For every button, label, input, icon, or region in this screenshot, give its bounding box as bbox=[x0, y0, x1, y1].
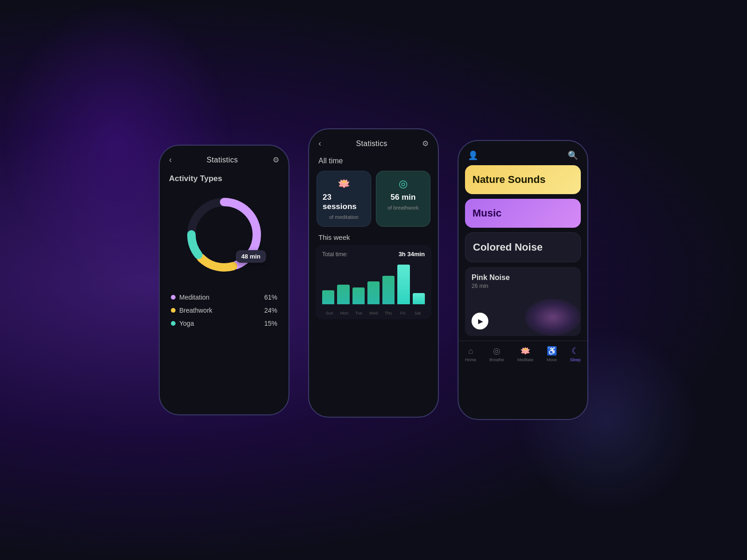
nav-move[interactable]: ♿ Move bbox=[547, 346, 557, 362]
phone1-header: ‹ Statistics ⚙ bbox=[160, 146, 289, 169]
meditate-icon: 🪷 bbox=[520, 346, 530, 356]
bar-tue bbox=[352, 287, 365, 304]
phone-activity-types: ‹ Statistics ⚙ Activity Types 48 min Med… bbox=[159, 145, 289, 415]
music-label: Music bbox=[472, 207, 501, 219]
gear-icon[interactable]: ⚙ bbox=[273, 155, 279, 164]
sleep-label: Sleep bbox=[570, 357, 581, 362]
play-button[interactable]: ▶ bbox=[472, 313, 488, 329]
page-title: Statistics bbox=[206, 156, 238, 164]
yoga-pct: 15% bbox=[264, 320, 277, 327]
legend: Meditation 61% Breathwork 24% Yoga 15% bbox=[160, 286, 289, 335]
meditation-stat-card[interactable]: 🪷 23 sessions of meditation bbox=[317, 171, 371, 227]
nav-breathe[interactable]: ◎ Breathe bbox=[489, 346, 504, 362]
meditation-icon: 🪷 bbox=[338, 178, 350, 190]
donut-tooltip: 48 min bbox=[236, 250, 266, 263]
section-label: Activity Types bbox=[160, 169, 289, 183]
breathwork-label: Breathwork bbox=[179, 307, 212, 314]
category-list: Nature Sounds Music Colored Noise bbox=[458, 165, 587, 267]
chart-total-value: 3h 34min bbox=[399, 251, 425, 258]
phone-statistics: ‹ Statistics ⚙ All time 🪷 23 sessions of… bbox=[308, 128, 439, 418]
donut-svg bbox=[177, 188, 271, 281]
user-icon[interactable]: 👤 bbox=[468, 150, 478, 161]
bar-wed bbox=[367, 281, 380, 304]
move-icon: ♿ bbox=[547, 346, 557, 356]
chart-total-label: Total time: bbox=[322, 251, 348, 258]
day-tue: Tue bbox=[352, 311, 366, 315]
nav-meditate[interactable]: 🪷 Meditate bbox=[517, 346, 534, 362]
legend-breathwork: Breathwork 24% bbox=[171, 304, 277, 317]
breathe-label: Breathe bbox=[489, 357, 504, 362]
breathwork-sub: of breathwork bbox=[388, 205, 419, 210]
bar-sat bbox=[413, 293, 425, 304]
day-wed: Wed bbox=[366, 311, 381, 315]
home-label: Home bbox=[465, 357, 476, 362]
legend-yoga: Yoga 15% bbox=[171, 317, 277, 330]
noise-blob bbox=[525, 299, 581, 336]
back-button[interactable]: ‹ bbox=[169, 155, 172, 165]
phone-sounds: 👤 🔍 Nature Sounds Music Colored Noise Pi… bbox=[458, 140, 588, 420]
bar-fri bbox=[397, 265, 409, 304]
meditation-sub: of meditation bbox=[329, 214, 359, 220]
page-title-2: Statistics bbox=[356, 140, 387, 148]
breathwork-dot bbox=[171, 308, 176, 313]
meditation-label: Meditation bbox=[179, 294, 210, 301]
meditate-label: Meditate bbox=[517, 357, 534, 362]
weekly-chart: Total time: 3h 34min SunMonTueWedThuFriS… bbox=[316, 245, 431, 319]
yoga-label: Yoga bbox=[179, 320, 194, 327]
breathe-icon: ◎ bbox=[493, 346, 500, 356]
player-duration: 26 min bbox=[472, 283, 574, 289]
gear-icon-2[interactable]: ⚙ bbox=[422, 139, 429, 148]
player-title: Pink Noise bbox=[472, 273, 574, 282]
stat-cards: 🪷 23 sessions of meditation ◎ 56 min of … bbox=[309, 171, 438, 227]
day-mon: Mon bbox=[337, 311, 351, 315]
play-icon: ▶ bbox=[478, 317, 483, 325]
bottom-nav: ⌂ Home ◎ Breathe 🪷 Meditate ♿ Move ☾ Sle… bbox=[458, 341, 587, 369]
category-music[interactable]: Music bbox=[465, 199, 581, 228]
breathwork-pct: 24% bbox=[264, 307, 277, 314]
legend-meditation: Meditation 61% bbox=[171, 291, 277, 304]
sleep-icon: ☾ bbox=[571, 346, 579, 356]
day-fri: Fri bbox=[395, 311, 410, 315]
yoga-dot bbox=[171, 321, 176, 326]
meditation-pct: 61% bbox=[264, 294, 277, 301]
breathwork-stat-card[interactable]: ◎ 56 min of breathwork bbox=[376, 171, 430, 227]
bar-mon bbox=[337, 285, 349, 305]
day-thu: Thu bbox=[381, 311, 395, 315]
breathwork-min: 56 min bbox=[391, 193, 416, 202]
home-icon: ⌂ bbox=[468, 346, 473, 356]
move-label: Move bbox=[547, 357, 557, 362]
donut-chart: 48 min bbox=[177, 188, 271, 281]
nature-sounds-label: Nature Sounds bbox=[472, 174, 545, 185]
nav-sleep[interactable]: ☾ Sleep bbox=[570, 346, 581, 362]
day-sat: Sat bbox=[410, 311, 425, 315]
alltime-label: All time bbox=[309, 153, 438, 171]
week-label: This week bbox=[309, 227, 438, 245]
pink-noise-player: Pink Noise 26 min ▶ bbox=[465, 267, 581, 336]
search-icon[interactable]: 🔍 bbox=[568, 150, 578, 161]
category-colored-noise[interactable]: Colored Noise bbox=[465, 232, 581, 262]
bar-chart bbox=[322, 262, 425, 309]
colored-noise-label: Colored Noise bbox=[473, 241, 543, 253]
meditation-dot bbox=[171, 295, 176, 300]
days-row: SunMonTueWedThuFriSat bbox=[322, 309, 425, 315]
back-button-2[interactable]: ‹ bbox=[318, 139, 321, 148]
breathwork-icon: ◎ bbox=[399, 178, 408, 190]
nav-home[interactable]: ⌂ Home bbox=[465, 346, 476, 362]
phone2-header: ‹ Statistics ⚙ bbox=[309, 129, 438, 153]
bar-chart-inner bbox=[322, 262, 425, 304]
bar-sun bbox=[322, 290, 334, 304]
bar-thu bbox=[382, 276, 395, 304]
phone3-header: 👤 🔍 bbox=[458, 141, 587, 165]
category-nature-sounds[interactable]: Nature Sounds bbox=[465, 165, 581, 194]
meditation-sessions: 23 sessions bbox=[323, 193, 365, 211]
day-sun: Sun bbox=[322, 311, 337, 315]
